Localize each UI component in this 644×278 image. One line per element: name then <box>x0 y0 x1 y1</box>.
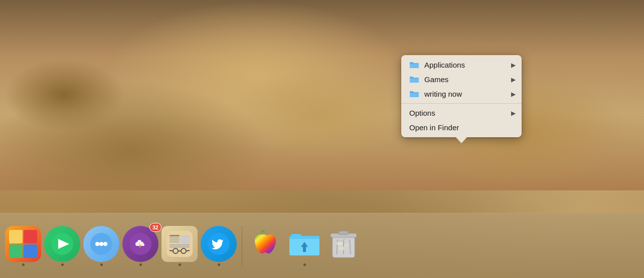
folder-icon-games <box>409 76 419 84</box>
dock-item-keynote[interactable] <box>5 226 41 266</box>
svg-point-7 <box>99 242 103 246</box>
dock-item-trash[interactable] <box>326 226 362 266</box>
dock-item-apple[interactable] <box>247 226 283 266</box>
svg-rect-16 <box>181 235 190 244</box>
svg-line-22 <box>170 250 173 251</box>
cloudup-icon <box>129 233 151 255</box>
cloudup-badge: 32 <box>149 223 162 232</box>
dock-item-copilot[interactable] <box>44 226 80 266</box>
menu-item-writing-now[interactable]: writing now ▶ <box>401 87 522 101</box>
menu-item-games-label: Games <box>424 75 514 84</box>
svg-rect-17 <box>170 244 190 245</box>
svg-rect-15 <box>170 241 180 242</box>
menu-item-applications[interactable]: Applications ▶ <box>401 58 522 72</box>
svg-point-34 <box>338 246 345 250</box>
svg-point-33 <box>344 244 349 247</box>
dock-item-downloads[interactable] <box>286 226 323 266</box>
menu-item-options-label: Options <box>409 109 514 117</box>
dock-dot <box>61 263 64 266</box>
svg-point-8 <box>103 242 107 246</box>
submenu-arrow: ▶ <box>511 62 516 69</box>
downloads-folder-icon <box>289 230 320 257</box>
context-menu: Applications ▶ Games ▶ writing now ▶ Opt… <box>401 55 522 137</box>
apple-logo-icon <box>250 228 281 259</box>
svg-rect-0 <box>410 62 413 64</box>
menu-item-writing-now-label: writing now <box>424 90 514 98</box>
dock-dot <box>139 263 142 266</box>
menu-item-applications-label: Applications <box>424 61 514 69</box>
svg-rect-2 <box>410 91 413 93</box>
svg-rect-12 <box>170 235 180 236</box>
dock-item-cloudup[interactable]: 32 <box>122 226 158 266</box>
dock-dot <box>303 263 306 266</box>
menu-item-open-finder[interactable]: Open in Finder <box>401 120 522 135</box>
dock-dot <box>179 263 181 266</box>
messages-icon <box>90 233 112 255</box>
submenu-arrow-writing: ▶ <box>511 91 516 98</box>
trash-icon <box>330 228 358 259</box>
submenu-arrow-options: ▶ <box>511 110 516 117</box>
menu-item-options[interactable]: Options ▶ <box>401 106 522 120</box>
dock-dot <box>218 263 220 266</box>
menu-item-open-finder-label: Open in Finder <box>409 123 514 132</box>
dock-separator <box>242 226 242 266</box>
reeder-icon <box>167 231 193 257</box>
svg-rect-18 <box>170 246 190 247</box>
menu-item-games[interactable]: Games ▶ <box>401 72 522 87</box>
svg-line-23 <box>186 250 190 251</box>
dock: 32 <box>0 213 644 278</box>
svg-point-6 <box>95 242 99 246</box>
svg-rect-1 <box>410 77 413 78</box>
folder-icon-writing <box>409 90 419 98</box>
folder-icon <box>409 61 419 69</box>
svg-rect-11 <box>167 231 193 257</box>
twitter-icon <box>208 233 230 255</box>
copilot-icon <box>51 233 73 255</box>
submenu-arrow-games: ▶ <box>511 76 516 83</box>
dock-dot <box>100 263 103 266</box>
dock-dot <box>22 263 25 266</box>
svg-rect-13 <box>170 237 180 238</box>
dock-item-messages[interactable] <box>83 226 119 266</box>
svg-rect-28 <box>339 231 349 234</box>
dock-item-reeder[interactable] <box>162 226 198 266</box>
menu-separator <box>401 103 522 104</box>
svg-rect-14 <box>170 239 180 240</box>
dock-item-twitter[interactable] <box>201 226 237 266</box>
